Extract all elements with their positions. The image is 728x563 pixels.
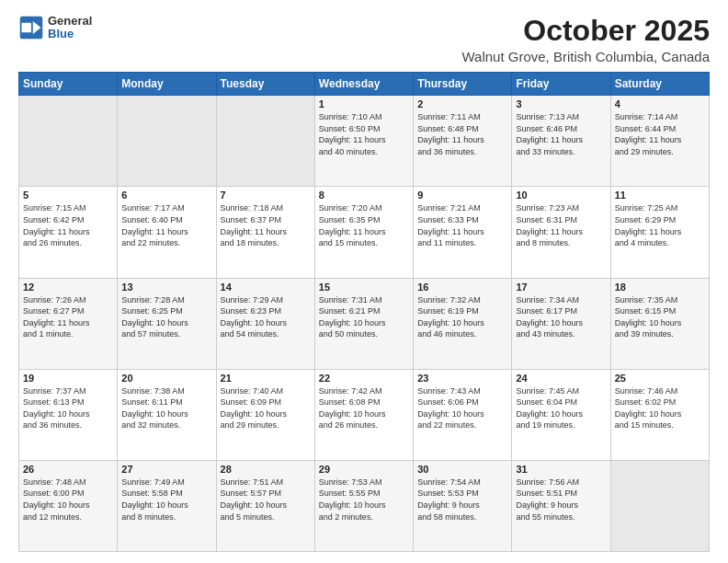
day-info: Sunrise: 7:17 AM Sunset: 6:40 PM Dayligh…: [121, 202, 211, 248]
day-number: 14: [221, 282, 311, 293]
calendar-cell: 26Sunrise: 7:48 AM Sunset: 6:00 PM Dayli…: [19, 460, 118, 551]
logo-line1: General: [48, 15, 92, 28]
calendar-week-row: 26Sunrise: 7:48 AM Sunset: 6:00 PM Dayli…: [19, 460, 710, 551]
calendar-cell: 10Sunrise: 7:23 AM Sunset: 6:31 PM Dayli…: [512, 187, 610, 278]
day-number: 22: [319, 373, 409, 384]
calendar-cell: 11Sunrise: 7:25 AM Sunset: 6:29 PM Dayli…: [610, 187, 709, 278]
day-number: 11: [615, 190, 705, 201]
day-info: Sunrise: 7:42 AM Sunset: 6:08 PM Dayligh…: [319, 385, 409, 431]
day-info: Sunrise: 7:51 AM Sunset: 5:57 PM Dayligh…: [221, 477, 311, 523]
calendar-cell: 27Sunrise: 7:49 AM Sunset: 5:58 PM Dayli…: [118, 460, 216, 551]
day-info: Sunrise: 7:13 AM Sunset: 6:46 PM Dayligh…: [516, 111, 606, 157]
day-number: 13: [121, 282, 211, 293]
day-number: 28: [221, 464, 311, 475]
month-title: October 2025: [461, 15, 710, 47]
day-number: 12: [23, 282, 113, 293]
day-info: Sunrise: 7:14 AM Sunset: 6:44 PM Dayligh…: [615, 111, 705, 157]
calendar-cell: 30Sunrise: 7:54 AM Sunset: 5:53 PM Dayli…: [414, 460, 512, 551]
calendar-cell: 17Sunrise: 7:34 AM Sunset: 6:17 PM Dayli…: [512, 278, 610, 369]
day-number: 17: [516, 282, 606, 293]
day-number: 20: [121, 373, 211, 384]
calendar-cell: [610, 460, 709, 551]
day-number: 10: [516, 190, 606, 201]
day-number: 9: [417, 190, 507, 201]
calendar-cell: 8Sunrise: 7:20 AM Sunset: 6:35 PM Daylig…: [314, 187, 413, 278]
day-number: 3: [516, 98, 606, 109]
day-number: 25: [615, 373, 705, 384]
day-header-tuesday: Tuesday: [216, 73, 314, 96]
day-number: 1: [319, 98, 409, 109]
day-header-saturday: Saturday: [610, 73, 709, 96]
day-info: Sunrise: 7:56 AM Sunset: 5:51 PM Dayligh…: [516, 477, 606, 523]
calendar-cell: [118, 96, 216, 187]
day-number: 4: [615, 98, 705, 109]
day-number: 18: [615, 282, 705, 293]
calendar-cell: 14Sunrise: 7:29 AM Sunset: 6:23 PM Dayli…: [216, 278, 314, 369]
calendar-cell: 19Sunrise: 7:37 AM Sunset: 6:13 PM Dayli…: [19, 369, 118, 460]
calendar-cell: 9Sunrise: 7:21 AM Sunset: 6:33 PM Daylig…: [414, 187, 512, 278]
day-number: 15: [319, 282, 409, 293]
calendar-cell: 7Sunrise: 7:18 AM Sunset: 6:37 PM Daylig…: [216, 187, 314, 278]
day-info: Sunrise: 7:34 AM Sunset: 6:17 PM Dayligh…: [516, 294, 606, 340]
calendar-cell: 6Sunrise: 7:17 AM Sunset: 6:40 PM Daylig…: [118, 187, 216, 278]
calendar-cell: 18Sunrise: 7:35 AM Sunset: 6:15 PM Dayli…: [610, 278, 709, 369]
day-number: 2: [417, 98, 507, 109]
day-info: Sunrise: 7:43 AM Sunset: 6:06 PM Dayligh…: [417, 385, 507, 431]
calendar-cell: 21Sunrise: 7:40 AM Sunset: 6:09 PM Dayli…: [216, 369, 314, 460]
calendar-cell: 25Sunrise: 7:46 AM Sunset: 6:02 PM Dayli…: [610, 369, 709, 460]
calendar-cell: 5Sunrise: 7:15 AM Sunset: 6:42 PM Daylig…: [19, 187, 118, 278]
day-number: 31: [516, 464, 606, 475]
day-info: Sunrise: 7:10 AM Sunset: 6:50 PM Dayligh…: [319, 111, 409, 157]
logo-line2: Blue: [48, 28, 92, 40]
logo: General Blue: [18, 15, 92, 41]
page: General Blue October 2025 Walnut Grove, …: [0, 0, 728, 563]
calendar-cell: 29Sunrise: 7:53 AM Sunset: 5:55 PM Dayli…: [314, 460, 413, 551]
calendar-cell: 20Sunrise: 7:38 AM Sunset: 6:11 PM Dayli…: [118, 369, 216, 460]
day-number: 19: [23, 373, 113, 384]
day-number: 16: [417, 282, 507, 293]
calendar-header-row: SundayMondayTuesdayWednesdayThursdayFrid…: [19, 73, 710, 96]
day-info: Sunrise: 7:40 AM Sunset: 6:09 PM Dayligh…: [221, 385, 311, 431]
calendar-week-row: 12Sunrise: 7:26 AM Sunset: 6:27 PM Dayli…: [19, 278, 710, 369]
day-info: Sunrise: 7:32 AM Sunset: 6:19 PM Dayligh…: [417, 294, 507, 340]
day-number: 8: [319, 190, 409, 201]
day-number: 24: [516, 373, 606, 384]
day-number: 7: [221, 190, 311, 201]
calendar-cell: 1Sunrise: 7:10 AM Sunset: 6:50 PM Daylig…: [314, 96, 413, 187]
day-info: Sunrise: 7:45 AM Sunset: 6:04 PM Dayligh…: [516, 385, 606, 431]
day-info: Sunrise: 7:35 AM Sunset: 6:15 PM Dayligh…: [615, 294, 705, 340]
logo-icon: [18, 15, 44, 40]
calendar-cell: 4Sunrise: 7:14 AM Sunset: 6:44 PM Daylig…: [610, 96, 709, 187]
calendar-cell: 24Sunrise: 7:45 AM Sunset: 6:04 PM Dayli…: [512, 369, 610, 460]
day-info: Sunrise: 7:26 AM Sunset: 6:27 PM Dayligh…: [23, 294, 113, 340]
day-header-friday: Friday: [512, 73, 610, 96]
calendar-week-row: 5Sunrise: 7:15 AM Sunset: 6:42 PM Daylig…: [19, 187, 710, 278]
calendar-table: SundayMondayTuesdayWednesdayThursdayFrid…: [18, 72, 710, 552]
day-info: Sunrise: 7:25 AM Sunset: 6:29 PM Dayligh…: [615, 202, 705, 248]
title-block: October 2025 Walnut Grove, British Colum…: [461, 15, 710, 64]
day-number: 5: [23, 190, 113, 201]
day-number: 21: [221, 373, 311, 384]
calendar-cell: 12Sunrise: 7:26 AM Sunset: 6:27 PM Dayli…: [19, 278, 118, 369]
day-info: Sunrise: 7:38 AM Sunset: 6:11 PM Dayligh…: [121, 385, 211, 431]
day-header-wednesday: Wednesday: [314, 73, 413, 96]
location-title: Walnut Grove, British Columbia, Canada: [461, 49, 710, 64]
day-info: Sunrise: 7:53 AM Sunset: 5:55 PM Dayligh…: [319, 477, 409, 523]
calendar-cell: [216, 96, 314, 187]
day-info: Sunrise: 7:21 AM Sunset: 6:33 PM Dayligh…: [417, 202, 507, 248]
logo-text: General Blue: [48, 15, 92, 41]
day-info: Sunrise: 7:48 AM Sunset: 6:00 PM Dayligh…: [23, 477, 113, 523]
calendar-week-row: 1Sunrise: 7:10 AM Sunset: 6:50 PM Daylig…: [19, 96, 710, 187]
calendar-cell: 16Sunrise: 7:32 AM Sunset: 6:19 PM Dayli…: [414, 278, 512, 369]
day-info: Sunrise: 7:18 AM Sunset: 6:37 PM Dayligh…: [221, 202, 311, 248]
day-number: 27: [121, 464, 211, 475]
calendar-cell: 15Sunrise: 7:31 AM Sunset: 6:21 PM Dayli…: [314, 278, 413, 369]
day-number: 6: [121, 190, 211, 201]
day-info: Sunrise: 7:49 AM Sunset: 5:58 PM Dayligh…: [121, 477, 211, 523]
calendar-cell: 3Sunrise: 7:13 AM Sunset: 6:46 PM Daylig…: [512, 96, 610, 187]
day-number: 29: [319, 464, 409, 475]
calendar-cell: [19, 96, 118, 187]
day-info: Sunrise: 7:20 AM Sunset: 6:35 PM Dayligh…: [319, 202, 409, 248]
day-info: Sunrise: 7:28 AM Sunset: 6:25 PM Dayligh…: [121, 294, 211, 340]
calendar-week-row: 19Sunrise: 7:37 AM Sunset: 6:13 PM Dayli…: [19, 369, 710, 460]
